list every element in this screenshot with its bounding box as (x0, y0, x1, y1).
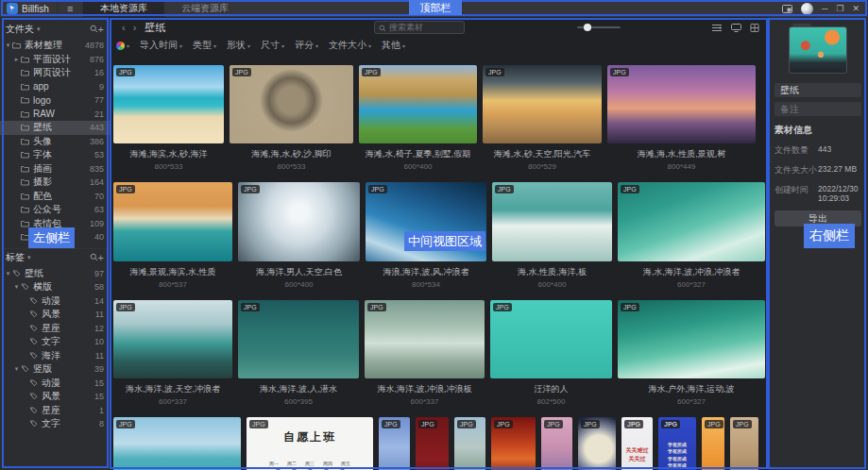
plus-icon[interactable]: + (98, 24, 104, 35)
asset-cell[interactable]: 关关难过关关过JPG (621, 417, 653, 470)
expand-arrow-icon[interactable]: ▾ (12, 365, 21, 373)
asset-thumbnail[interactable]: JPG (230, 65, 353, 143)
tag-item[interactable]: ▾壁纸97 (0, 267, 110, 281)
asset-cell[interactable]: JPG海,水,海洋,波,冲浪,冲浪者600*327 (618, 182, 765, 289)
filter-文件大小[interactable]: 文件大小▾ (329, 39, 371, 52)
folder-item[interactable]: 表情包109 (0, 217, 110, 231)
asset-thumbnail[interactable]: JPG (492, 182, 612, 261)
asset-cell[interactable]: JPG海滩,海,水,砂,沙,脚印800*533 (230, 65, 353, 171)
tag-item[interactable]: 风景11 (0, 308, 110, 322)
asset-cell[interactable]: 自愿上班周一周二周三周四周五JPG (247, 417, 373, 470)
asset-thumbnail[interactable]: JPG (113, 300, 232, 378)
asset-cell[interactable]: JPG (454, 417, 485, 470)
asset-cell[interactable]: JPG海浪,海洋,波,风,冲浪者800*534 (366, 182, 486, 289)
tag-item[interactable]: ▾横版58 (0, 280, 110, 294)
folder-preview-thumbnail[interactable] (789, 26, 847, 74)
asset-thumbnail[interactable]: JPG (113, 417, 241, 470)
maximize-icon[interactable]: ❐ (836, 5, 843, 13)
filter-类型[interactable]: 类型▾ (193, 39, 216, 52)
search-icon[interactable] (84, 25, 98, 35)
expand-arrow-icon[interactable]: ▾ (4, 270, 12, 277)
asset-cell[interactable]: JPG海滩,景观,海滨,水,性质800*537 (113, 182, 232, 289)
folder-item[interactable]: 公众号63 (0, 203, 110, 217)
mini-window-icon[interactable] (782, 0, 792, 17)
tag-item[interactable]: 动漫14 (0, 294, 110, 309)
filter-形状[interactable]: 形状▾ (227, 39, 250, 52)
back-icon[interactable]: ‹ (118, 22, 129, 33)
asset-thumbnail[interactable]: JPG (578, 417, 616, 470)
sort-options-icon[interactable] (712, 19, 723, 36)
tag-item[interactable]: 海洋11 (0, 349, 110, 363)
asset-cell[interactable]: JPG海,海洋,男人,天空,白色600*400 (238, 182, 360, 289)
asset-thumbnail[interactable]: JPG (113, 182, 232, 261)
folder-item[interactable]: 字体53 (0, 148, 110, 162)
display-mode-icon[interactable] (731, 19, 741, 36)
grid-view-icon[interactable] (750, 19, 759, 36)
asset-cell[interactable]: JPG海水,海洋,波,天空,冲浪者600*337 (113, 300, 232, 406)
user-avatar[interactable] (801, 3, 813, 15)
tab-云端资源库[interactable]: 云端资源库 (164, 0, 246, 17)
asset-thumbnail[interactable]: 关关难过关关过JPG (621, 417, 653, 470)
asset-thumbnail[interactable]: JPG (730, 417, 758, 470)
asset-cell[interactable]: JPG海水,户外,海洋,运动,波600*327 (618, 300, 765, 406)
tag-item[interactable]: ▾竖版39 (0, 362, 110, 377)
filter-导入时间[interactable]: 导入时间▾ (140, 39, 182, 52)
asset-cell[interactable]: JPG汪洋的人802*500 (490, 300, 612, 406)
asset-thumbnail[interactable]: JPG (366, 182, 486, 261)
asset-cell[interactable]: JPG海水,海洋,波,冲浪,冲浪板600*337 (365, 300, 485, 406)
filter-尺寸[interactable]: 尺寸▾ (261, 39, 284, 52)
asset-cell[interactable]: JPG海,水,性质,海洋,板600*400 (492, 182, 612, 289)
expand-arrow-icon[interactable]: ▸ (12, 56, 21, 63)
chevron-down-icon[interactable]: ▾ (37, 25, 41, 33)
asset-thumbnail[interactable]: JPG (483, 65, 602, 143)
asset-cell[interactable]: JPG (379, 417, 410, 470)
tab-本地资源库[interactable]: 本地资源库 (83, 0, 164, 17)
asset-thumbnail[interactable]: JPG (416, 417, 449, 470)
asset-thumbnail[interactable]: JPG (365, 300, 485, 378)
search-input[interactable]: 搜索素材 (374, 21, 465, 34)
asset-thumbnail[interactable]: JPG (702, 417, 724, 470)
asset-thumbnail[interactable]: 自愿上班周一周二周三周四周五JPG (247, 417, 373, 470)
plus-icon[interactable]: + (98, 252, 104, 263)
asset-thumbnail[interactable]: JPG (238, 300, 359, 378)
asset-thumbnail[interactable]: JPG (541, 417, 572, 470)
folder-item[interactable]: 网页设计16 (0, 66, 110, 80)
folder-item[interactable]: 头像386 (0, 135, 110, 149)
asset-cell[interactable]: JPG海滩,水,椅子,夏季,别墅,假期600*400 (359, 65, 477, 171)
folder-item[interactable]: 壁纸443 (0, 121, 110, 135)
folder-item[interactable]: 40 (0, 230, 110, 244)
asset-cell[interactable]: JPG (578, 417, 616, 470)
tag-item[interactable]: 文字10 (0, 335, 110, 349)
folder-item[interactable]: ▾素材整理4878 (0, 39, 110, 53)
folder-item[interactable]: RAW21 (0, 108, 110, 122)
asset-thumbnail[interactable]: JPG (490, 300, 612, 378)
folder-item[interactable]: logo77 (0, 93, 110, 108)
menu-icon[interactable]: ≡ (57, 0, 83, 17)
asset-cell[interactable]: JPG (416, 417, 449, 470)
color-filter[interactable]: ▾ (116, 42, 129, 50)
folder-item[interactable]: 摄影164 (0, 176, 110, 190)
tag-item[interactable]: 动漫15 (0, 377, 110, 391)
folder-item[interactable]: 插画835 (0, 162, 110, 176)
minimize-icon[interactable]: ─ (822, 5, 827, 13)
asset-cell[interactable]: JPG (541, 417, 572, 470)
chevron-down-icon[interactable]: ▾ (27, 254, 31, 261)
tag-item[interactable]: 风景15 (0, 390, 110, 404)
asset-thumbnail[interactable]: 学有所成学有所成学有所成学有所成JPG (658, 417, 696, 470)
asset-cell[interactable]: JPG海滩,海,水,性质,景观,树800*449 (607, 65, 756, 171)
asset-thumbnail[interactable]: JPG (238, 182, 360, 261)
close-icon[interactable]: ✕ (852, 5, 859, 13)
filter-其他[interactable]: 其他▾ (382, 39, 405, 52)
slider-knob[interactable] (584, 24, 591, 31)
asset-cell[interactable]: JPG (702, 417, 724, 470)
asset-cell[interactable]: JPG海滩,海滨,水,砂,海洋800*533 (113, 65, 224, 171)
forward-icon[interactable]: › (129, 22, 141, 33)
asset-thumbnail[interactable]: JPG (113, 65, 224, 143)
folder-title-field[interactable]: 壁纸 (774, 83, 861, 97)
note-field[interactable]: 备注 (774, 102, 861, 116)
folder-item[interactable]: app9 (0, 80, 110, 94)
asset-thumbnail[interactable]: JPG (618, 182, 765, 261)
asset-thumbnail[interactable]: JPG (379, 417, 410, 470)
tag-item[interactable]: 星座1 (0, 404, 110, 418)
expand-arrow-icon[interactable]: ▾ (12, 283, 21, 291)
